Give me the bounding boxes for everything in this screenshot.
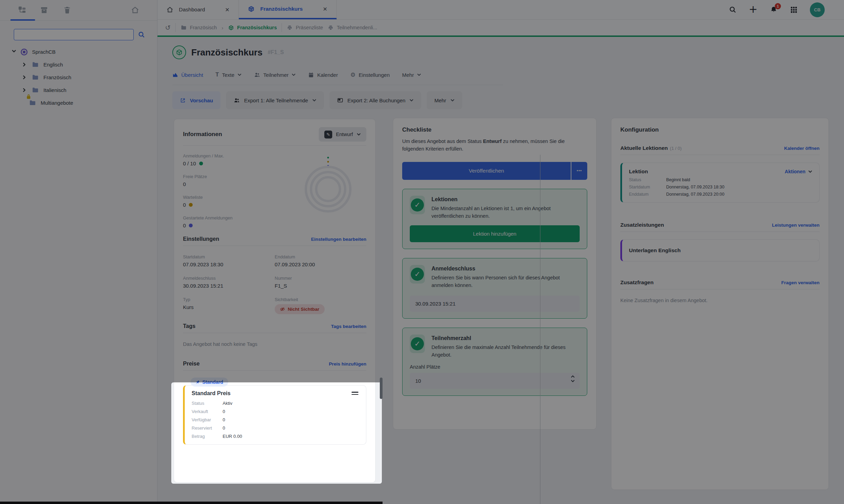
archive-icon[interactable] xyxy=(40,6,48,14)
tree-item-englisch[interactable]: Englisch xyxy=(0,58,157,71)
breadcrumb-teilnehmendenliste[interactable]: Teilnehmendenli... xyxy=(328,25,377,31)
global-search-icon[interactable] xyxy=(729,6,736,13)
history-icon[interactable]: ↺ xyxy=(165,24,171,31)
checklist-item-lektionen: ✓ Lektionen Die Mindestanzahl an Lektion… xyxy=(402,189,587,249)
pane-divider xyxy=(540,155,540,504)
close-icon[interactable]: ✕ xyxy=(225,7,230,13)
price-row: StatusAktiv xyxy=(192,401,359,406)
tags-bearbeiten-link[interactable]: Tags bearbeiten xyxy=(331,324,366,329)
divider xyxy=(282,23,282,32)
tab-label[interactable]: Dashboard xyxy=(179,7,205,13)
tags-section-header: Tags Tags bearbeiten xyxy=(183,323,366,329)
chevron-down-icon[interactable] xyxy=(12,50,16,54)
field-sichtbarkeit: Sichtbarkeit Nicht Sichtbar xyxy=(275,297,366,314)
stat-gestartete: Gestartete Anmeldungen 0 xyxy=(183,215,366,228)
visibility-badge: Nicht Sichtbar xyxy=(275,304,325,314)
chevron-right-icon[interactable] xyxy=(23,75,27,80)
close-icon[interactable]: ✕ xyxy=(323,6,327,12)
aktionen-dropdown[interactable]: Aktionen xyxy=(785,169,812,174)
field-anmeldeschluss: Anmeldeschluss30.09.2023 15:21 xyxy=(183,276,275,289)
home-icon[interactable] xyxy=(131,6,139,14)
field-startdatum: Startdatum07.09.2023 18:30 xyxy=(183,254,275,267)
breadcrumb-offer[interactable]: Französischkurs xyxy=(228,25,277,31)
notification-badge: 1 xyxy=(775,3,781,9)
tab-einstellungen[interactable]: ⚙ Einstellungen xyxy=(350,71,389,78)
scrollbar-thumb[interactable] xyxy=(380,378,383,399)
tree-item-label[interactable]: Englisch xyxy=(43,62,63,68)
lektion-row: StatusBeginnt bald xyxy=(629,177,812,182)
tree-view-icon[interactable] xyxy=(18,6,26,14)
tree-item-label[interactable]: Multiangebote xyxy=(41,100,73,106)
publish-more-button[interactable]: ••• xyxy=(571,162,587,180)
check-icon: ✓ xyxy=(411,198,424,212)
main-content: Französischkurs #F1_S Übersicht T Texte … xyxy=(157,37,844,504)
panel-title: Konfiguration xyxy=(620,126,820,133)
printer-icon xyxy=(328,25,334,31)
tree-item-franzoesisch[interactable]: Französisch xyxy=(0,71,157,84)
zusatzleistung-card[interactable]: Unterlagen Englisch xyxy=(620,239,820,261)
trash-icon[interactable] xyxy=(63,6,71,14)
divider xyxy=(183,145,366,146)
tree-item-sprachcb[interactable]: SprachCB xyxy=(0,45,157,58)
einstellungen-bearbeiten-link[interactable]: Einstellungen bearbeiten xyxy=(311,237,366,242)
folder-icon xyxy=(32,61,39,68)
chevron-right-icon[interactable] xyxy=(23,62,27,67)
stepper-up-icon[interactable] xyxy=(571,375,575,378)
preis-hinzufuegen-link[interactable]: Preis hinzufügen xyxy=(329,361,366,367)
einstellungen-section-header: Einstellungen Einstellungen bearbeiten xyxy=(183,236,366,242)
tab-dashboard[interactable]: Dashboard ✕ xyxy=(157,0,239,19)
tree-item-label[interactable]: Französisch xyxy=(43,74,71,80)
tab-franzoesischkurs[interactable]: Französischkurs ✕ xyxy=(239,0,337,19)
add-icon[interactable]: + xyxy=(749,6,757,13)
divider xyxy=(175,23,176,32)
lektion-hinzufuegen-button[interactable]: Lektion hinzufügen xyxy=(410,225,580,242)
anmeldeschluss-input[interactable]: 30.09.2023 15:21 xyxy=(410,296,580,312)
export1-button[interactable]: Export 1: Alle Teilnehmende xyxy=(226,91,324,109)
notifications-bell-icon[interactable]: 1 xyxy=(770,6,777,13)
bottom-scroll-strip xyxy=(0,502,383,504)
chevron-right-icon[interactable] xyxy=(23,88,27,92)
breadcrumb-folder[interactable]: Französisch xyxy=(181,24,217,31)
vorschau-button[interactable]: Vorschau xyxy=(172,91,221,109)
tab-mehr[interactable]: Mehr xyxy=(402,72,421,78)
sidebar: SprachCB Englisch Französisch Italienisc… xyxy=(0,0,157,504)
breadcrumb-praesenzliste[interactable]: Präsenzliste xyxy=(287,25,323,31)
leistungen-verwalten-link[interactable]: Leistungen verwalten xyxy=(772,223,820,228)
pin-icon xyxy=(195,380,200,384)
panel-title: Checkliste xyxy=(402,126,587,133)
cube-icon xyxy=(228,25,234,31)
avatar[interactable]: CB xyxy=(810,2,825,17)
tree-item-label[interactable]: SprachCB xyxy=(32,49,55,55)
tab-kalender[interactable]: Kalender xyxy=(308,72,338,78)
people-icon xyxy=(234,97,240,103)
chart-icon xyxy=(172,72,178,78)
lektion-card: Lektion Aktionen StatusBeginnt bald Star… xyxy=(620,163,820,203)
tags-empty-text: Das Angebot hat noch keine Tags xyxy=(183,341,366,347)
offer-number-tag: #F1_S xyxy=(268,49,284,55)
stepper-down-icon[interactable] xyxy=(571,380,575,382)
tree-item-multiangebote[interactable]: Multiangebote xyxy=(0,96,157,109)
tab-teilnehmer[interactable]: Teilnehmer xyxy=(254,72,296,78)
search-input[interactable] xyxy=(14,29,134,40)
tree-item-italienisch[interactable]: Italienisch xyxy=(0,84,157,96)
fragen-verwalten-link[interactable]: Fragen verwalten xyxy=(781,280,820,285)
status-dropdown[interactable]: ✎ Entwurf xyxy=(319,127,366,142)
export2-button[interactable]: Export 2: Alle Buchungen xyxy=(329,91,421,109)
tab-label[interactable]: Französischkurs xyxy=(260,6,303,12)
tree-item-label[interactable]: Italienisch xyxy=(43,87,67,93)
field-enddatum: Enddatum07.09.2023 20:00 xyxy=(275,254,366,267)
price-card-title: Standard Preis xyxy=(192,390,359,397)
drag-handle-icon[interactable] xyxy=(352,392,358,395)
search-icon[interactable] xyxy=(138,31,145,38)
tab-uebersicht[interactable]: Übersicht xyxy=(172,72,203,78)
tab-texte[interactable]: T Texte xyxy=(215,72,242,78)
chevron-down-icon xyxy=(450,99,455,102)
veroeffentlichen-button[interactable]: Veröffentlichen xyxy=(402,162,571,180)
checklist-item-teilnehmerzahl: ✓ Teilnehmerzahl Definieren Sie die maxi… xyxy=(402,328,587,396)
apps-grid-icon[interactable] xyxy=(790,6,797,13)
kalender-oeffnen-link[interactable]: Kalender öffnen xyxy=(784,146,820,151)
anzahl-plaetze-stepper[interactable]: 10 xyxy=(410,373,580,389)
active-tool-underline xyxy=(10,19,35,21)
mehr-button[interactable]: Mehr xyxy=(427,91,462,109)
price-card[interactable]: Standard Preis StatusAktiv Verkauft0 Ver… xyxy=(183,385,366,445)
